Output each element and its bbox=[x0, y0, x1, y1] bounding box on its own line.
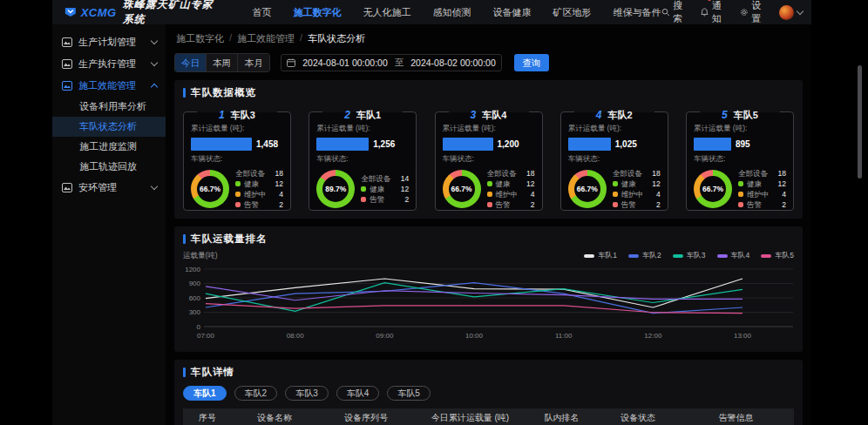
device-status-label: 维护中 bbox=[621, 191, 644, 199]
top-navbar: XCMG 珠峰露天矿山专家系统 首页施工数字化无人化施工感知侦测设备健康矿区地形… bbox=[52, 0, 811, 24]
sidebar-subitem[interactable]: 施工进度监测 bbox=[52, 137, 166, 157]
svg-text:12:00: 12:00 bbox=[644, 332, 662, 340]
legend-swatch bbox=[673, 254, 683, 258]
sidebar-subitem[interactable]: 施工轨迹回放 bbox=[52, 157, 166, 177]
notifications-button[interactable]: 通知 bbox=[701, 0, 728, 25]
status-dot bbox=[487, 202, 492, 207]
status-donut-chart: 66.7% bbox=[191, 170, 229, 208]
load-bar bbox=[316, 138, 369, 151]
fleet-card-header: 5车队5 bbox=[687, 106, 793, 122]
device-status-value: 2 bbox=[782, 201, 786, 209]
fleet-name: 车队2 bbox=[608, 110, 633, 120]
table-header-cell: 队内排名 bbox=[526, 408, 599, 425]
device-status-label: 告警 bbox=[496, 201, 511, 209]
fleet-rank: 5 bbox=[722, 109, 728, 121]
load-ranking-panel: 车队运载量排名 运载量(吨) 车队1车队2车队3车队4车队5 030060090… bbox=[174, 226, 803, 352]
load-value: 1,200 bbox=[498, 139, 519, 149]
status-dot bbox=[613, 181, 618, 186]
sidebar-item[interactable]: 施工效能管理 bbox=[52, 75, 166, 97]
search-button[interactable]: 搜索 bbox=[661, 0, 688, 25]
svg-text:11:00: 11:00 bbox=[555, 332, 573, 340]
fleet-tab[interactable]: 车队1 bbox=[183, 386, 227, 401]
vehicle-status-label: 车辆状态: bbox=[694, 154, 786, 165]
device-legend: 全部设备18健康12维护中4告警2 bbox=[738, 170, 786, 209]
sidebar-item[interactable]: 生产计划管理 bbox=[52, 31, 166, 53]
breadcrumb-item[interactable]: 施工数字化 bbox=[176, 32, 224, 45]
status-dot bbox=[738, 181, 743, 186]
status-donut-chart: 89.7% bbox=[316, 170, 355, 208]
status-dot bbox=[613, 202, 618, 207]
avatar[interactable] bbox=[779, 5, 794, 20]
fleet-overview-title: 车队数据概览 bbox=[191, 86, 256, 99]
fleet-name: 车队3 bbox=[231, 110, 255, 120]
fleet-card: 1车队3累计运载量 (吨):1,458车辆状态:66.7%全部设备18健康12维… bbox=[183, 111, 291, 211]
device-status-value: 2 bbox=[531, 201, 535, 209]
nav-item[interactable]: 感知侦测 bbox=[433, 6, 471, 19]
vehicle-status-label: 车辆状态: bbox=[568, 154, 661, 165]
fleet-tab[interactable]: 车队2 bbox=[234, 386, 278, 401]
status-dot bbox=[487, 181, 492, 186]
nav-item[interactable]: 矿区地形 bbox=[553, 6, 592, 19]
sidebar-item[interactable]: 生产执行管理 bbox=[52, 53, 166, 75]
svg-text:0: 0 bbox=[197, 323, 201, 331]
load-value: 895 bbox=[736, 139, 750, 149]
page-scrollbar-thumb[interactable] bbox=[858, 65, 862, 179]
device-status-value: 2 bbox=[656, 201, 661, 209]
load-bar-row: 1,458 bbox=[191, 138, 283, 151]
sidebar-item[interactable]: 安环管理 bbox=[52, 177, 166, 199]
nav-item[interactable]: 首页 bbox=[253, 6, 272, 19]
nav-item[interactable]: 维保与备件 bbox=[614, 6, 661, 19]
device-status-value: 12 bbox=[526, 180, 534, 188]
fleet-card-header: 3车队4 bbox=[436, 106, 542, 122]
user-menu[interactable] bbox=[779, 5, 803, 20]
donut-percent-label: 66.7% bbox=[191, 170, 229, 208]
fleet-card-header: 4车队2 bbox=[561, 106, 668, 122]
quick-range-button[interactable]: 今日 bbox=[175, 54, 207, 71]
fleet-rank: 3 bbox=[471, 109, 477, 121]
fleet-card: 4车队2累计运载量 (吨):1,025车辆状态:66.7%全部设备18健康12维… bbox=[560, 111, 668, 211]
chevron-down-icon bbox=[151, 37, 158, 44]
chart-y-axis-label: 运载量(吨) bbox=[183, 251, 218, 261]
brand-logo[interactable]: XCMG 珠峰露天矿山专家系统 bbox=[64, 0, 220, 27]
sidebar-item-label: 生产计划管理 bbox=[78, 36, 146, 49]
donut-percent-label: 89.7% bbox=[316, 170, 355, 208]
settings-button[interactable]: 设置 bbox=[740, 0, 767, 25]
load-bar bbox=[191, 138, 252, 151]
fleet-tab[interactable]: 车队3 bbox=[285, 386, 329, 401]
nav-item[interactable]: 无人化施工 bbox=[363, 6, 411, 19]
load-value: 1,025 bbox=[615, 139, 637, 149]
fleet-card: 5车队5累计运载量 (吨):895车辆状态:66.7%全部设备18健康12维护中… bbox=[686, 111, 794, 211]
load-label: 累计运载量 (吨): bbox=[191, 124, 283, 134]
legend-item: 车队3 bbox=[673, 251, 706, 261]
search-label: 搜索 bbox=[673, 0, 688, 25]
device-total-row: 全部设备18 bbox=[613, 170, 661, 178]
title-accent-bar bbox=[183, 368, 186, 377]
legend-label: 车队1 bbox=[598, 251, 617, 261]
date-range-picker[interactable]: 2024-08-01 00:00:00 至 2024-08-02 00:00:0… bbox=[281, 54, 502, 71]
status-donut-chart: 66.7% bbox=[694, 170, 732, 208]
quick-range-button[interactable]: 本月 bbox=[238, 54, 269, 71]
fleet-tab[interactable]: 车队5 bbox=[387, 386, 431, 401]
query-button[interactable]: 查询 bbox=[514, 54, 549, 71]
fleet-tab[interactable]: 车队4 bbox=[336, 386, 380, 401]
breadcrumb-item[interactable]: 施工效能管理 bbox=[237, 32, 295, 45]
device-total-value: 14 bbox=[401, 175, 409, 183]
sidebar-subitem[interactable]: 车队状态分析 bbox=[52, 117, 166, 137]
device-total-label: 全部设备 bbox=[613, 170, 642, 178]
fleet-card-header: 1车队3 bbox=[184, 106, 290, 122]
device-status-row: 健康12 bbox=[613, 180, 661, 188]
device-status-row: 告警2 bbox=[738, 201, 786, 209]
device-total-row: 全部设备14 bbox=[361, 175, 409, 183]
fleet-details-title: 车队详情 bbox=[191, 366, 234, 379]
device-status-value: 4 bbox=[656, 191, 661, 199]
sidebar-subitem[interactable]: 设备利用率分析 bbox=[52, 97, 166, 117]
device-status-row: 告警2 bbox=[235, 201, 283, 209]
title-accent-bar bbox=[183, 88, 186, 98]
device-status-label: 健康 bbox=[747, 180, 762, 188]
quick-range-button[interactable]: 本周 bbox=[207, 54, 238, 71]
module-icon bbox=[62, 37, 72, 47]
legend-label: 车队4 bbox=[731, 251, 750, 261]
nav-item[interactable]: 设备健康 bbox=[493, 6, 532, 19]
sidebar-item-label: 生产执行管理 bbox=[78, 57, 146, 71]
nav-item[interactable]: 施工数字化 bbox=[294, 6, 342, 19]
